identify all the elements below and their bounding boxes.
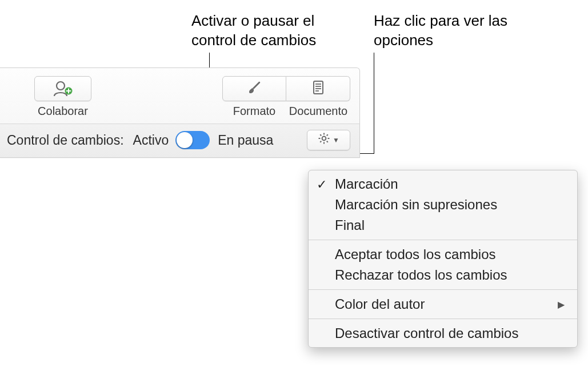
menu-item-disable-tracking[interactable]: Desactivar control de cambios [309,323,577,344]
track-options-button[interactable]: ▼ [307,130,350,150]
track-changes-bar: Control de cambios: Activo En pausa [0,124,359,157]
format-label: Formato [222,105,286,118]
collaborate-label: Colaborar [38,105,88,118]
menu-item-label: Final [335,217,365,233]
menu-item-label: Color del autor [335,296,425,312]
brush-icon [246,79,262,98]
toggle-knob [177,132,193,148]
svg-line-15 [327,134,328,136]
app-chrome: Colaborar [0,67,360,158]
document-icon [310,79,326,98]
svg-point-0 [57,82,65,90]
track-state-paused: En pausa [218,133,273,148]
document-button[interactable] [286,76,350,101]
chevron-right-icon: ▶ [558,299,565,310]
segmented-control [222,76,350,101]
menu-separator [309,319,577,319]
toolbar: Colaborar [0,68,359,124]
chevron-down-icon: ▼ [333,136,339,144]
gear-icon [318,132,330,148]
menu-item-reject-all[interactable]: Rechazar todos los cambios [309,265,577,285]
menu-item-final[interactable]: Final [309,215,577,236]
callout-line-gear-v [374,53,374,154]
track-options-menu: ✓ Marcación Marcación sin supresiones Fi… [308,170,578,348]
svg-point-7 [322,137,326,141]
menu-separator [309,289,577,290]
svg-rect-2 [314,81,323,94]
document-label: Documento [286,105,350,118]
menu-item-markup-no-deletions[interactable]: Marcación sin supresiones [309,194,577,215]
menu-item-label: Desactivar control de cambios [335,325,518,341]
menu-item-label: Aceptar todos los cambios [335,246,495,262]
menu-item-accept-all[interactable]: Aceptar todos los cambios [309,244,577,265]
collaborate-icon [52,80,74,97]
format-document-group: Formato Documento [222,76,350,118]
annotation-toggle: Activar o pausar el control de cambios [191,11,363,50]
svg-line-12 [320,134,321,136]
menu-item-label: Marcación [335,176,398,192]
collaborate-group: Colaborar [34,76,91,118]
track-state-active: Activo [133,133,169,148]
annotation-gear: Haz clic para ver las opciones [374,11,534,50]
track-changes-toggle[interactable] [175,131,210,149]
checkmark-icon: ✓ [317,177,327,192]
format-button[interactable] [222,76,286,101]
menu-item-markup[interactable]: ✓ Marcación [309,174,577,194]
menu-item-author-color[interactable]: Color del autor ▶ [309,294,577,315]
menu-item-label: Marcación sin supresiones [335,197,497,213]
track-changes-title: Control de cambios: [7,133,124,148]
svg-line-14 [320,141,321,142]
menu-item-label: Rechazar todos los cambios [335,267,507,283]
collaborate-button[interactable] [34,76,91,101]
svg-line-13 [327,141,328,142]
segmented-labels: Formato Documento [222,105,350,118]
menu-separator [309,240,577,240]
